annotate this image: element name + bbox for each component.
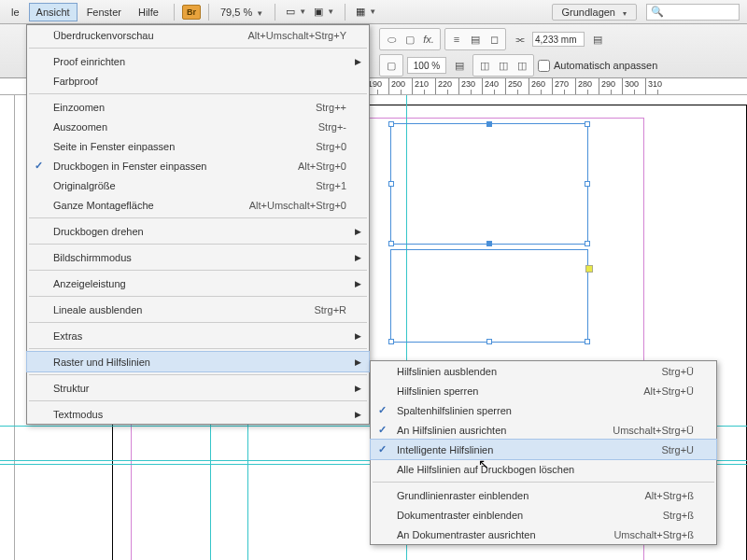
chain-icon[interactable]: ⬭ [382, 31, 401, 48]
menu-item[interactable]: Bildschirmmodus▶ [27, 247, 369, 267]
stroke-field[interactable]: 4,233 mm [532, 32, 585, 47]
fit1-icon[interactable]: ◫ [475, 57, 494, 74]
submenu-arrow-icon: ▶ [355, 57, 361, 66]
menu-shortcut: Umschalt+Strg+Ü [613, 425, 694, 436]
view-options-icon[interactable]: ▭▼ [283, 3, 309, 21]
sq-icon[interactable]: ▢ [382, 57, 401, 74]
menu-item[interactable]: Textmodus▶ [27, 404, 369, 424]
menu-separator [29, 348, 367, 349]
screen-mode-icon[interactable]: ▣▼ [311, 3, 337, 21]
menu-item[interactable]: Extras▶ [27, 326, 369, 345]
autofit-checkbox[interactable]: Automatisch anpassen [538, 60, 657, 72]
menu-item[interactable]: AuszoomenStrg+- [27, 117, 369, 136]
percent-field[interactable]: 100 % [407, 57, 446, 74]
link-icon[interactable]: ⫘ [510, 31, 529, 48]
menu-separator [29, 93, 367, 94]
menu-item[interactable]: le [4, 3, 27, 21]
arrange-icon[interactable]: ▦▼ [353, 3, 379, 21]
menu-item[interactable]: Alle Hilfslinien auf Druckbogen löschen [371, 459, 716, 479]
menu-label: Ganze Montagefläche [53, 200, 221, 211]
workspace-switcher[interactable]: Grundlagen▾ [552, 4, 638, 21]
menu-item[interactable]: Ganze MontageflächeAlt+Umschalt+Strg+0 [27, 195, 369, 215]
menu-item[interactable]: ÜberdruckenvorschauAlt+Umschalt+Strg+Y [27, 25, 369, 45]
menu-label: Auszoomen [53, 121, 290, 133]
fx-icon[interactable]: fx. [419, 31, 438, 48]
menu-item[interactable]: ✓Spaltenhilfslinien sperren [371, 400, 716, 420]
menu-item[interactable]: ✓An Hilfslinien ausrichtenUmschalt+Strg+… [371, 420, 716, 440]
menu-item[interactable]: Struktur▶ [27, 378, 369, 398]
menu-label: Originalgröße [53, 180, 288, 191]
menu-item[interactable]: Grundlinienraster einblendenAlt+Strg+ß [371, 485, 716, 505]
menu-label: Einzoomen [53, 102, 288, 113]
frame[interactable] [390, 249, 588, 343]
grids-guides-submenu: Hilfslinien ausblendenStrg+ÜHilfslinien … [370, 360, 717, 545]
menu-item[interactable]: ✓Druckbogen in Fenster einpassenAlt+Strg… [27, 156, 369, 175]
submenu-arrow-icon: ▶ [355, 331, 361, 341]
menu-item[interactable]: Proof einrichten▶ [27, 51, 369, 71]
menu-item[interactable]: Druckbogen drehen▶ [27, 221, 369, 241]
menu-shortcut: Alt+Umschalt+Strg+0 [249, 200, 346, 211]
menu-item[interactable]: Anzeigeleistung▶ [27, 273, 369, 293]
menu-shortcut: Alt+Strg+Ü [643, 385, 694, 397]
menu-item[interactable]: Raster und Hilfslinien▶ [27, 352, 369, 371]
menu-item[interactable]: Hilfslinien ausblendenStrg+Ü [371, 361, 716, 381]
pct-stepper[interactable]: ▤ [450, 57, 469, 74]
selected-frame[interactable] [390, 123, 588, 245]
menu-item[interactable]: An Dokumentraster ausrichtenUmschalt+Str… [371, 525, 716, 544]
menu-separator [29, 400, 367, 401]
menu-shortcut: Alt+Strg+0 [298, 161, 346, 172]
link-group: ⬭ ▢ fx. [379, 28, 441, 50]
menu-shortcut: Strg+1 [316, 180, 346, 191]
menu-label: Anzeigeleistung [53, 278, 346, 289]
zoom-level[interactable]: 79,5 %▼ [217, 5, 267, 20]
submenu-arrow-icon: ▶ [355, 357, 361, 367]
align-icon[interactable]: ≡ [447, 31, 466, 48]
ruler-vertical[interactable] [0, 95, 15, 560]
bridge-icon[interactable]: Br [182, 5, 201, 20]
fit2-icon[interactable]: ◫ [494, 57, 513, 74]
menubar: le Ansicht Fenster Hilfe Br 79,5 %▼ ▭▼ ▣… [0, 0, 747, 24]
menu-separator [29, 217, 367, 218]
menu-label: Proof einrichten [53, 56, 346, 67]
menu-label: Überdruckenvorschau [53, 30, 220, 41]
menu-item[interactable]: Dokumentraster einblendenStrg+ß [371, 505, 716, 525]
check-icon: ✓ [378, 424, 387, 436]
menu-item-fenster[interactable]: Fenster [79, 3, 129, 21]
menu-shortcut: Strg++ [316, 102, 346, 113]
menu-item-hilfe[interactable]: Hilfe [131, 3, 166, 21]
search-input[interactable]: 🔍 [646, 4, 740, 21]
menu-separator [373, 482, 714, 483]
view-menu: ÜberdruckenvorschauAlt+Umschalt+Strg+YPr… [26, 24, 370, 425]
menu-label: Druckbogen drehen [53, 226, 346, 237]
align2-group: ▢ [379, 54, 403, 77]
menu-shortcut: Strg+0 [316, 141, 346, 152]
menu-item[interactable]: Seite in Fenster einpassenStrg+0 [27, 136, 369, 156]
wrap-icon[interactable]: ▤ [466, 31, 485, 48]
constraint-icon[interactable]: ▢ [401, 31, 419, 48]
menu-item[interactable]: EinzoomenStrg++ [27, 97, 369, 117]
menu-item[interactable]: ✓Intelligente HilfslinienStrg+U [371, 440, 716, 459]
menu-item[interactable]: Lineale ausblendenStrg+R [27, 300, 369, 319]
align-group: ≡ ▤ ◻ [444, 28, 506, 50]
menu-separator [29, 270, 367, 271]
menu-item[interactable]: OriginalgrößeStrg+1 [27, 175, 369, 195]
stepper-icon[interactable]: ▤ [588, 31, 607, 48]
menu-label: Hilfslinien sperren [397, 385, 615, 397]
frame-icon[interactable]: ◻ [485, 31, 503, 48]
menu-item[interactable]: Farbproof [27, 71, 369, 91]
menu-label: Seite in Fenster einpassen [53, 141, 288, 152]
submenu-arrow-icon: ▶ [355, 279, 361, 288]
menu-item-ansicht[interactable]: Ansicht [29, 3, 78, 21]
menu-separator [29, 48, 367, 49]
check-icon: ✓ [378, 443, 387, 455]
menu-separator [29, 244, 367, 245]
fit3-icon[interactable]: ◫ [513, 57, 531, 74]
menu-label: Raster und Hilfslinien [53, 357, 346, 368]
anchor-indicator[interactable] [585, 265, 593, 273]
menu-item[interactable]: Hilfslinien sperrenAlt+Strg+Ü [371, 381, 716, 400]
menu-label: Druckbogen in Fenster einpassen [53, 161, 270, 172]
menu-shortcut: Alt+Umschalt+Strg+Y [248, 30, 346, 41]
menu-label: An Hilfslinien ausrichten [397, 425, 585, 436]
menu-separator [29, 374, 367, 375]
check-icon: ✓ [378, 404, 387, 416]
